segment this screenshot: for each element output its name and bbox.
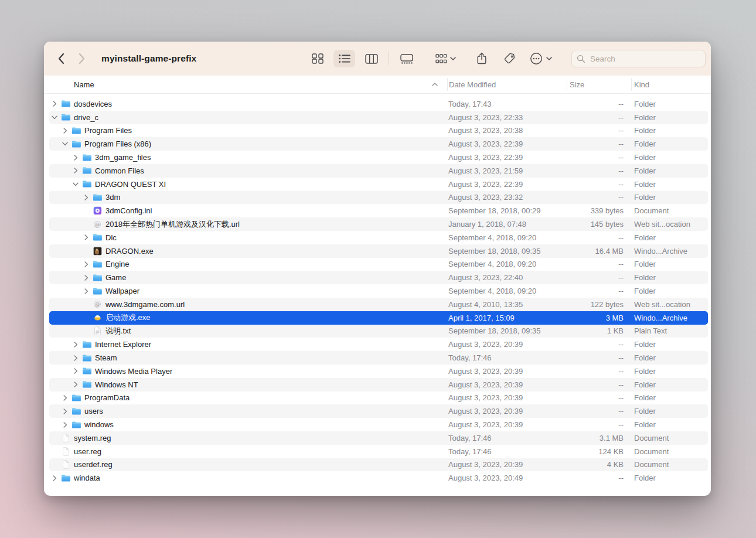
disclosure-toggle[interactable] <box>73 151 79 164</box>
disclosure-toggle[interactable] <box>62 124 68 138</box>
disclosure-toggle[interactable] <box>83 271 89 284</box>
folder-icon <box>82 180 92 188</box>
disclosure-toggle[interactable] <box>62 404 68 418</box>
table-row[interactable]: windataAugust 3, 2023, 20:49--Folder <box>49 471 708 485</box>
gallery-view-button[interactable] <box>396 50 417 67</box>
file-kind: Windo...Archive <box>634 244 687 258</box>
table-row[interactable]: GameAugust 3, 2023, 22:40--Folder <box>49 271 708 284</box>
file-kind: Folder <box>634 365 656 378</box>
column-view-button[interactable] <box>360 50 382 67</box>
table-row[interactable]: 3dmAugust 3, 2023, 23:32--Folder <box>49 191 708 205</box>
group-by-button[interactable] <box>435 42 456 76</box>
file-size: 145 bytes <box>547 217 624 231</box>
disclosure-toggle[interactable] <box>73 338 79 351</box>
file-date-modified: Today, 17:46 <box>448 431 491 445</box>
disclosure-collapsed-icon <box>74 168 78 173</box>
disclosure-toggle[interactable] <box>83 284 89 298</box>
tags-button[interactable] <box>503 42 516 76</box>
disclosure-toggle[interactable] <box>73 378 79 391</box>
table-row[interactable]: Program Files (x86)August 3, 2023, 22:39… <box>49 137 708 151</box>
table-row[interactable]: @2018年全部热门单机游戏及汉化下载.urlJanuary 1, 2018, … <box>49 217 708 231</box>
table-row[interactable]: Common FilesAugust 3, 2023, 21:59--Folde… <box>49 164 708 178</box>
back-button[interactable] <box>53 49 69 69</box>
more-actions-button[interactable] <box>529 42 552 76</box>
folder-icon <box>61 113 71 121</box>
table-row[interactable]: windowsAugust 3, 2023, 20:39--Folder <box>49 418 708 431</box>
table-row[interactable]: Windows Media PlayerAugust 3, 2023, 20:3… <box>49 365 708 378</box>
view-mode-switcher <box>307 42 417 76</box>
web-location-icon: @ <box>93 300 101 308</box>
table-row[interactable]: drive_cAugust 3, 2023, 22:33--Folder <box>49 111 708 124</box>
search-input[interactable] <box>589 54 700 64</box>
file-size: 124 KB <box>547 445 624 458</box>
exe-bowl-icon <box>93 314 102 322</box>
disclosure-toggle[interactable] <box>62 391 68 405</box>
table-row[interactable]: user.regToday, 17:46124 KBDocument <box>49 445 708 458</box>
table-row[interactable]: DRAGON.exeSeptember 18, 2018, 09:3516.4 … <box>49 244 708 258</box>
disclosure-toggle[interactable] <box>73 351 79 365</box>
disclosure-collapsed-icon <box>53 101 57 107</box>
folder-icon <box>93 193 103 202</box>
folder-icon <box>71 407 81 416</box>
disclosure-collapsed-icon <box>84 288 88 294</box>
file-date-modified: August 3, 2023, 20:38 <box>448 124 523 138</box>
icon-view-button[interactable] <box>307 50 328 67</box>
table-row[interactable]: Windows NTAugust 3, 2023, 20:39--Folder <box>49 378 708 391</box>
file-kind: Windo...Archive <box>634 311 687 325</box>
table-row[interactable]: Program FilesAugust 3, 2023, 20:38--Fold… <box>49 124 708 138</box>
disclosure-toggle[interactable] <box>62 137 68 151</box>
column-header-name[interactable]: Name <box>74 76 94 93</box>
folder-icon <box>93 274 103 282</box>
table-row[interactable]: dosdevicesToday, 17:43--Folder <box>49 97 708 111</box>
disclosure-toggle[interactable] <box>83 231 89 244</box>
table-row[interactable]: DlcSeptember 4, 2018, 09:20--Folder <box>49 231 708 244</box>
folder-icon <box>71 421 81 429</box>
file-date-modified: August 4, 2010, 13:35 <box>448 298 523 311</box>
column-header-date-modified[interactable]: Date Modified <box>449 76 496 93</box>
table-row[interactable]: Internet ExplorerAugust 3, 2023, 20:39--… <box>49 338 708 351</box>
file-kind: Web sit...ocation <box>634 298 690 311</box>
share-icon <box>476 52 487 65</box>
folder-icon <box>61 100 71 108</box>
table-row[interactable]: 3dm_game_filesAugust 3, 2023, 22:39--Fol… <box>49 151 708 164</box>
disclosure-toggle[interactable] <box>52 97 57 111</box>
file-date-modified: September 18, 2018, 09:35 <box>448 244 541 258</box>
table-row[interactable]: usersAugust 3, 2023, 20:39--Folder <box>49 404 708 418</box>
forward-button[interactable] <box>74 49 90 69</box>
disclosure-collapsed-icon <box>63 128 67 134</box>
file-size: -- <box>547 97 624 111</box>
disclosure-toggle[interactable] <box>52 471 57 485</box>
disclosure-toggle[interactable] <box>83 191 89 205</box>
disclosure-toggle[interactable] <box>73 178 79 191</box>
blank-document-icon <box>62 460 70 469</box>
column-header-size[interactable]: Size <box>570 76 584 93</box>
table-row[interactable]: 说明.txtSeptember 18, 2018, 09:351 KBPlain… <box>49 325 708 338</box>
file-date-modified: August 3, 2023, 22:39 <box>448 151 523 164</box>
table-row[interactable]: ProgramDataAugust 3, 2023, 20:39--Folder <box>49 391 708 405</box>
table-row[interactable]: SteamToday, 17:46--Folder <box>49 351 708 365</box>
disclosure-toggle[interactable] <box>52 111 57 124</box>
table-row[interactable]: EngineSeptember 4, 2018, 09:20--Folder <box>49 258 708 271</box>
share-button[interactable] <box>476 42 487 76</box>
table-row[interactable]: system.regToday, 17:463.1 MBDocument <box>49 431 708 445</box>
file-date-modified: September 4, 2018, 09:20 <box>448 231 536 244</box>
folder-icon <box>71 140 81 148</box>
folder-icon <box>71 127 81 135</box>
table-row[interactable]: @www.3dmgame.com.urlAugust 4, 2010, 13:3… <box>49 298 708 311</box>
disclosure-toggle[interactable] <box>73 164 79 178</box>
disclosure-toggle[interactable] <box>73 365 79 378</box>
file-name: 2018年全部热门单机游戏及汉化下载.url <box>105 217 240 231</box>
disclosure-toggle[interactable] <box>62 418 68 431</box>
disclosure-toggle[interactable] <box>83 258 89 271</box>
table-row[interactable]: WallpaperSeptember 4, 2018, 09:20--Folde… <box>49 284 708 298</box>
file-kind: Folder <box>634 178 656 191</box>
column-header-kind[interactable]: Kind <box>634 76 649 93</box>
file-date-modified: Today, 17:46 <box>448 445 491 458</box>
table-row[interactable]: DRAGON QUEST XIAugust 3, 2023, 22:39--Fo… <box>49 178 708 191</box>
table-row[interactable]: userdef.regAugust 3, 2023, 20:394 KBDocu… <box>49 458 708 472</box>
table-row[interactable]: 启动游戏.exeApril 1, 2017, 15:093 MBWindo...… <box>49 311 708 325</box>
file-name: userdef.reg <box>74 458 113 472</box>
table-row[interactable]: 3dmConfig.iniSeptember 18, 2018, 00:2933… <box>49 204 708 217</box>
search-field[interactable] <box>571 50 706 67</box>
list-view-button[interactable] <box>333 50 355 67</box>
